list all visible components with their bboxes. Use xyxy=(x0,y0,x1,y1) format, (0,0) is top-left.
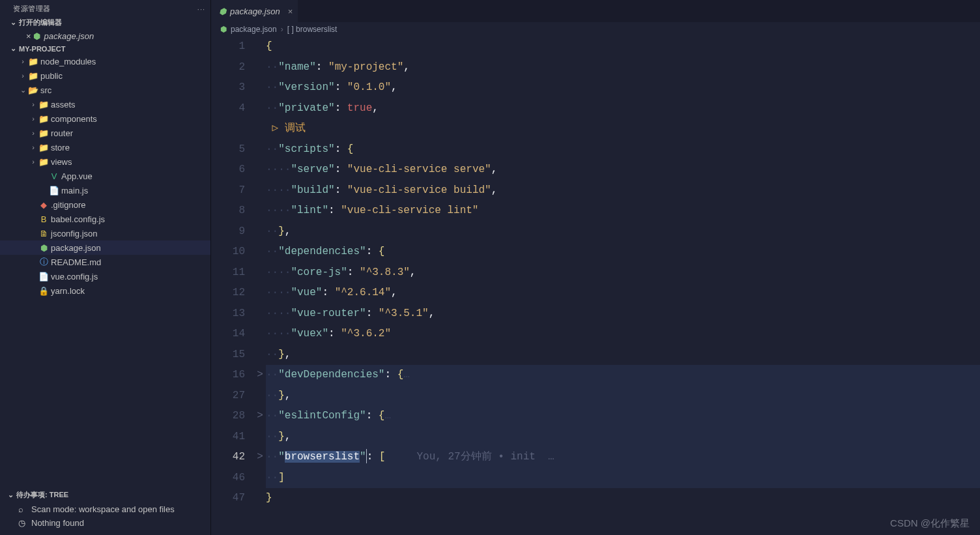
tree-item-jsconfig-json[interactable]: 🗎jsconfig.json xyxy=(0,226,210,240)
code-line[interactable]: ··"name": "my-project", xyxy=(266,57,980,78)
code-line[interactable]: } xyxy=(266,488,980,509)
code-line[interactable]: ··"eslintConfig": {… xyxy=(266,406,980,427)
code-line[interactable]: ··}, xyxy=(266,427,980,448)
file-icon: V xyxy=(48,171,60,181)
file-icon: ⓘ xyxy=(38,256,50,268)
open-editors-list: × ⬢ package.json xyxy=(0,29,210,43)
fold-slot xyxy=(254,427,266,448)
file-icon: 📁 xyxy=(27,57,39,66)
code-line[interactable]: ▷ 调试 xyxy=(266,119,980,139)
search-icon: ⌕ xyxy=(18,504,31,514)
more-icon[interactable]: ··· xyxy=(197,5,205,13)
file-icon: ⬢ xyxy=(38,243,50,253)
scan-mode-row[interactable]: ⌕ Scan mode: workspace and open files xyxy=(5,502,205,516)
code-line[interactable]: ····"lint": "vue-cli-service lint" xyxy=(266,201,980,222)
code-line[interactable]: ··"scripts": { xyxy=(266,139,980,160)
fold-slot xyxy=(254,57,266,78)
fold-icon[interactable]: > xyxy=(254,406,266,427)
fold-slot xyxy=(254,139,266,160)
tree-label: package.json xyxy=(51,243,101,253)
code-line[interactable]: ··"private": true, xyxy=(266,98,980,119)
tree-item-views[interactable]: ›📁views xyxy=(0,154,210,169)
code-line[interactable]: ··"version": "0.1.0", xyxy=(266,78,980,98)
fold-slot xyxy=(254,468,266,489)
code-line[interactable]: ··}, xyxy=(266,222,980,242)
tree-item-assets[interactable]: ›📁assets xyxy=(0,97,210,111)
fold-slot xyxy=(254,283,266,304)
tree-item--gitignore[interactable]: ◆.gitignore xyxy=(0,197,210,212)
fold-slot xyxy=(254,324,266,345)
file-icon: B xyxy=(38,214,50,224)
sidebar-footer: ⌄ 待办事项: TREE ⌕ Scan mode: workspace and … xyxy=(0,485,210,535)
tree-item-store[interactable]: ›📁store xyxy=(0,140,210,154)
tree-label: public xyxy=(40,71,63,81)
code-line[interactable]: ····"build": "vue-cli-service build", xyxy=(266,181,980,201)
close-icon[interactable]: × xyxy=(288,7,293,16)
tree-label: views xyxy=(51,157,72,167)
open-editors-title[interactable]: ⌄ 打开的编辑器 xyxy=(0,16,210,29)
code-line[interactable]: ··}, xyxy=(266,345,980,366)
project-title[interactable]: ⌄ MY-PROJECT xyxy=(0,43,210,54)
code-line[interactable]: ··"devDependencies": {… xyxy=(266,365,980,386)
tree-label: vue.config.js xyxy=(51,272,98,282)
tree-item-public[interactable]: ›📁public xyxy=(0,68,210,83)
file-icon: 📁 xyxy=(27,71,39,81)
close-icon[interactable]: × xyxy=(26,31,31,41)
fold-icon[interactable]: > xyxy=(254,365,266,386)
file-icon: 📁 xyxy=(38,100,50,109)
tree-item-node_modules[interactable]: ›📁node_modules xyxy=(0,54,210,68)
tree-label: jsconfig.json xyxy=(51,229,98,239)
tree-item-package-json[interactable]: ⬢package.json xyxy=(0,240,210,255)
breadcrumb[interactable]: ⬢ package.json › [ ] browserslist xyxy=(211,22,980,36)
chevron-down-icon: ⌄ xyxy=(10,44,16,53)
code-content[interactable]: {··"name": "my-project",··"version": "0.… xyxy=(266,36,980,535)
tree-item-components[interactable]: ›📁components xyxy=(0,111,210,126)
code-line[interactable]: ··"dependencies": { xyxy=(266,242,980,263)
tree-item-src[interactable]: ⌄📂src xyxy=(0,83,210,97)
tree-item-vue-config-js[interactable]: 📄vue.config.js xyxy=(0,269,210,283)
todo-tree-title[interactable]: ⌄ 待办事项: TREE xyxy=(5,487,205,502)
code-line[interactable]: ····"vue": "^2.6.14", xyxy=(266,283,980,304)
code-line[interactable]: ····"vuex": "^3.6.2" xyxy=(266,324,980,345)
code-line[interactable]: { xyxy=(266,36,980,57)
code-line[interactable]: ····"core-js": "^3.8.3", xyxy=(266,263,980,283)
file-icon: 📁 xyxy=(38,128,50,138)
chevron-right-icon: › xyxy=(29,158,38,166)
code-line[interactable]: ····"serve": "vue-cli-service serve", xyxy=(266,160,980,181)
explorer-label: 资源管理器 xyxy=(13,4,51,14)
fold-slot xyxy=(254,181,266,201)
fold-slot xyxy=(254,36,266,57)
chevron-right-icon: › xyxy=(18,72,27,80)
tree-item-readme-md[interactable]: ⓘREADME.md xyxy=(0,255,210,269)
file-icon: ◆ xyxy=(38,200,50,210)
fold-slot xyxy=(254,201,266,222)
tab-package-json[interactable]: ⬢ package.json × xyxy=(211,0,298,22)
file-tree: ›📁node_modules›📁public⌄📂src›📁assets›📁com… xyxy=(0,54,210,298)
tree-item-babel-config-js[interactable]: Bbabel.config.js xyxy=(0,212,210,226)
fold-slot xyxy=(254,78,266,98)
tree-item-main-js[interactable]: 📄main.js xyxy=(0,183,210,197)
sidebar: 资源管理器 ··· ⌄ 打开的编辑器 × ⬢ package.json ⌄ MY… xyxy=(0,0,211,535)
open-editor-item[interactable]: × ⬢ package.json xyxy=(0,29,210,43)
line-gutter: 12345678910111213141516272841424647 xyxy=(211,36,254,535)
tree-item-app-vue[interactable]: VApp.vue xyxy=(0,169,210,183)
json-icon: ⬢ xyxy=(219,7,226,16)
tree-item-router[interactable]: ›📁router xyxy=(0,126,210,140)
tree-label: .gitignore xyxy=(51,200,85,210)
code-area[interactable]: 12345678910111213141516272841424647 >>> … xyxy=(211,36,980,535)
code-line[interactable]: ··"browserslist": [ You, 27分钟前 • init … xyxy=(266,447,980,468)
fold-slot xyxy=(254,304,266,325)
clock-icon: ◷ xyxy=(18,518,31,528)
tree-label: main.js xyxy=(61,186,88,195)
file-icon: 📁 xyxy=(38,143,50,152)
file-icon: 📂 xyxy=(27,85,39,95)
code-line[interactable]: ··}, xyxy=(266,386,980,407)
file-icon: 📄 xyxy=(38,272,50,282)
code-line[interactable]: ····"vue-router": "^3.5.1", xyxy=(266,304,980,325)
code-line[interactable]: ··] xyxy=(266,468,980,489)
tree-item-yarn-lock[interactable]: 🔒yarn.lock xyxy=(0,283,210,298)
tree-label: store xyxy=(51,143,70,152)
json-icon: ⬢ xyxy=(31,31,43,41)
chevron-down-icon: ⌄ xyxy=(8,491,14,499)
fold-icon[interactable]: > xyxy=(254,447,266,468)
